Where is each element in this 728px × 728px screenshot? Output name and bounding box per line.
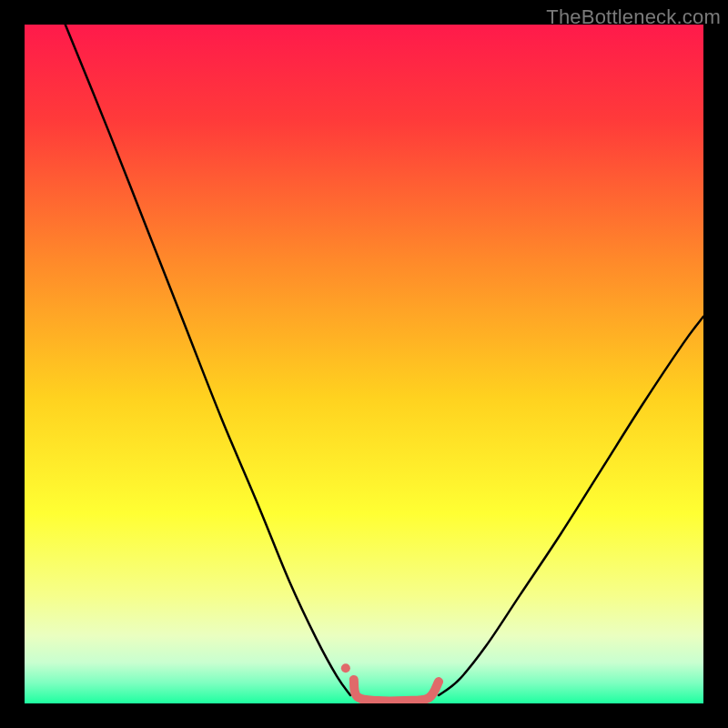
chart-background	[25, 25, 703, 703]
chart-frame	[25, 25, 703, 703]
watermark-text: TheBottleneck.com	[546, 5, 721, 29]
pink-dot	[341, 663, 350, 672]
bottleneck-chart	[25, 25, 703, 703]
